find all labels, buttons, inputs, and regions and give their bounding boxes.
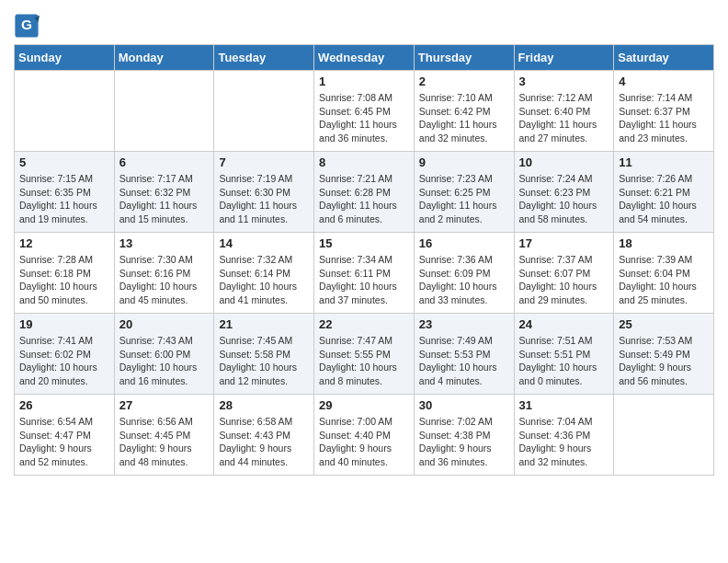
day-info: Sunrise: 7:00 AM Sunset: 4:40 PM Dayligh… — [319, 415, 409, 469]
calendar-cell: 28Sunrise: 6:58 AM Sunset: 4:43 PM Dayli… — [214, 395, 314, 476]
day-number: 11 — [619, 155, 709, 169]
calendar-week-2: 5Sunrise: 7:15 AM Sunset: 6:35 PM Daylig… — [15, 152, 714, 233]
day-info: Sunrise: 7:12 AM Sunset: 6:40 PM Dayligh… — [519, 91, 609, 145]
day-info: Sunrise: 6:56 AM Sunset: 4:45 PM Dayligh… — [119, 415, 210, 469]
calendar-week-4: 19Sunrise: 7:41 AM Sunset: 6:02 PM Dayli… — [15, 314, 714, 395]
day-number: 6 — [119, 155, 210, 169]
day-info: Sunrise: 7:37 AM Sunset: 6:07 PM Dayligh… — [519, 253, 609, 307]
calendar-cell — [614, 395, 714, 476]
calendar-cell: 3Sunrise: 7:12 AM Sunset: 6:40 PM Daylig… — [514, 71, 614, 152]
day-number: 3 — [519, 75, 609, 88]
calendar-cell — [214, 71, 314, 152]
calendar-header-row: SundayMondayTuesdayWednesdayThursdayFrid… — [15, 45, 714, 71]
calendar-cell: 9Sunrise: 7:23 AM Sunset: 6:25 PM Daylig… — [414, 152, 514, 233]
calendar-cell: 18Sunrise: 7:39 AM Sunset: 6:04 PM Dayli… — [614, 233, 714, 314]
logo-icon: G — [14, 13, 40, 39]
day-number: 8 — [319, 155, 409, 169]
day-info: Sunrise: 7:43 AM Sunset: 6:00 PM Dayligh… — [119, 334, 210, 388]
day-info: Sunrise: 7:26 AM Sunset: 6:21 PM Dayligh… — [619, 172, 709, 226]
day-number: 28 — [219, 398, 309, 412]
day-info: Sunrise: 7:08 AM Sunset: 6:45 PM Dayligh… — [319, 91, 409, 145]
header-saturday: Saturday — [614, 45, 714, 71]
day-info: Sunrise: 7:17 AM Sunset: 6:32 PM Dayligh… — [119, 172, 210, 226]
day-info: Sunrise: 7:41 AM Sunset: 6:02 PM Dayligh… — [19, 334, 109, 388]
day-number: 20 — [119, 317, 210, 331]
day-info: Sunrise: 7:30 AM Sunset: 6:16 PM Dayligh… — [119, 253, 210, 307]
calendar-cell: 27Sunrise: 6:56 AM Sunset: 4:45 PM Dayli… — [114, 395, 214, 476]
day-info: Sunrise: 7:36 AM Sunset: 6:09 PM Dayligh… — [419, 253, 509, 307]
day-number: 9 — [419, 155, 509, 169]
day-number: 7 — [219, 155, 309, 169]
calendar-cell: 26Sunrise: 6:54 AM Sunset: 4:47 PM Dayli… — [15, 395, 115, 476]
calendar-cell: 24Sunrise: 7:51 AM Sunset: 5:51 PM Dayli… — [514, 314, 614, 395]
day-number: 13 — [119, 236, 210, 250]
calendar-cell: 29Sunrise: 7:00 AM Sunset: 4:40 PM Dayli… — [314, 395, 415, 476]
calendar-week-5: 26Sunrise: 6:54 AM Sunset: 4:47 PM Dayli… — [15, 395, 714, 476]
calendar-cell: 1Sunrise: 7:08 AM Sunset: 6:45 PM Daylig… — [314, 71, 415, 152]
day-info: Sunrise: 6:54 AM Sunset: 4:47 PM Dayligh… — [19, 415, 109, 469]
day-info: Sunrise: 7:53 AM Sunset: 5:49 PM Dayligh… — [619, 334, 709, 388]
day-info: Sunrise: 7:24 AM Sunset: 6:23 PM Dayligh… — [519, 172, 609, 226]
day-info: Sunrise: 7:19 AM Sunset: 6:30 PM Dayligh… — [219, 172, 309, 226]
header-thursday: Thursday — [414, 45, 514, 71]
calendar-week-3: 12Sunrise: 7:28 AM Sunset: 6:18 PM Dayli… — [15, 233, 714, 314]
day-info: Sunrise: 7:28 AM Sunset: 6:18 PM Dayligh… — [19, 253, 109, 307]
day-number: 15 — [319, 236, 409, 250]
day-number: 12 — [19, 236, 109, 250]
calendar-cell: 22Sunrise: 7:47 AM Sunset: 5:55 PM Dayli… — [314, 314, 415, 395]
calendar-cell: 14Sunrise: 7:32 AM Sunset: 6:14 PM Dayli… — [214, 233, 314, 314]
day-info: Sunrise: 7:47 AM Sunset: 5:55 PM Dayligh… — [319, 334, 409, 388]
calendar-cell: 6Sunrise: 7:17 AM Sunset: 6:32 PM Daylig… — [114, 152, 214, 233]
day-number: 23 — [419, 317, 509, 331]
day-number: 30 — [419, 398, 509, 412]
day-number: 16 — [419, 236, 509, 250]
day-number: 22 — [319, 317, 409, 331]
day-info: Sunrise: 7:39 AM Sunset: 6:04 PM Dayligh… — [619, 253, 709, 307]
day-info: Sunrise: 7:51 AM Sunset: 5:51 PM Dayligh… — [519, 334, 609, 388]
calendar-cell: 16Sunrise: 7:36 AM Sunset: 6:09 PM Dayli… — [414, 233, 514, 314]
calendar-cell: 2Sunrise: 7:10 AM Sunset: 6:42 PM Daylig… — [414, 71, 514, 152]
header-friday: Friday — [514, 45, 614, 71]
page-header: G — [14, 9, 714, 39]
day-number: 25 — [619, 317, 709, 331]
calendar-cell: 7Sunrise: 7:19 AM Sunset: 6:30 PM Daylig… — [214, 152, 314, 233]
calendar-cell — [114, 71, 214, 152]
day-info: Sunrise: 7:02 AM Sunset: 4:38 PM Dayligh… — [419, 415, 509, 469]
calendar-cell: 17Sunrise: 7:37 AM Sunset: 6:07 PM Dayli… — [514, 233, 614, 314]
calendar-table: SundayMondayTuesdayWednesdayThursdayFrid… — [14, 44, 714, 476]
svg-text:G: G — [21, 17, 32, 32]
calendar-cell: 4Sunrise: 7:14 AM Sunset: 6:37 PM Daylig… — [614, 71, 714, 152]
day-number: 14 — [219, 236, 309, 250]
day-info: Sunrise: 7:04 AM Sunset: 4:36 PM Dayligh… — [519, 415, 609, 469]
calendar-cell: 21Sunrise: 7:45 AM Sunset: 5:58 PM Dayli… — [214, 314, 314, 395]
day-info: Sunrise: 7:14 AM Sunset: 6:37 PM Dayligh… — [619, 91, 709, 145]
day-number: 17 — [519, 236, 609, 250]
day-number: 24 — [519, 317, 609, 331]
header-wednesday: Wednesday — [314, 45, 415, 71]
calendar-cell: 11Sunrise: 7:26 AM Sunset: 6:21 PM Dayli… — [614, 152, 714, 233]
day-info: Sunrise: 7:49 AM Sunset: 5:53 PM Dayligh… — [419, 334, 509, 388]
day-info: Sunrise: 7:15 AM Sunset: 6:35 PM Dayligh… — [19, 172, 109, 226]
calendar-cell: 30Sunrise: 7:02 AM Sunset: 4:38 PM Dayli… — [414, 395, 514, 476]
calendar-week-1: 1Sunrise: 7:08 AM Sunset: 6:45 PM Daylig… — [15, 71, 714, 152]
day-info: Sunrise: 7:45 AM Sunset: 5:58 PM Dayligh… — [219, 334, 309, 388]
day-info: Sunrise: 7:34 AM Sunset: 6:11 PM Dayligh… — [319, 253, 409, 307]
day-number: 2 — [419, 75, 509, 88]
calendar-cell: 20Sunrise: 7:43 AM Sunset: 6:00 PM Dayli… — [114, 314, 214, 395]
day-info: Sunrise: 7:23 AM Sunset: 6:25 PM Dayligh… — [419, 172, 509, 226]
day-number: 1 — [319, 75, 409, 88]
header-sunday: Sunday — [15, 45, 115, 71]
day-number: 27 — [119, 398, 210, 412]
calendar-cell: 31Sunrise: 7:04 AM Sunset: 4:36 PM Dayli… — [514, 395, 614, 476]
day-info: Sunrise: 7:32 AM Sunset: 6:14 PM Dayligh… — [219, 253, 309, 307]
day-info: Sunrise: 7:21 AM Sunset: 6:28 PM Dayligh… — [319, 172, 409, 226]
day-number: 26 — [19, 398, 109, 412]
calendar-cell: 19Sunrise: 7:41 AM Sunset: 6:02 PM Dayli… — [15, 314, 115, 395]
day-number: 10 — [519, 155, 609, 169]
calendar-cell: 23Sunrise: 7:49 AM Sunset: 5:53 PM Dayli… — [414, 314, 514, 395]
day-number: 31 — [519, 398, 609, 412]
day-info: Sunrise: 6:58 AM Sunset: 4:43 PM Dayligh… — [219, 415, 309, 469]
calendar-cell: 10Sunrise: 7:24 AM Sunset: 6:23 PM Dayli… — [514, 152, 614, 233]
day-info: Sunrise: 7:10 AM Sunset: 6:42 PM Dayligh… — [419, 91, 509, 145]
day-number: 18 — [619, 236, 709, 250]
